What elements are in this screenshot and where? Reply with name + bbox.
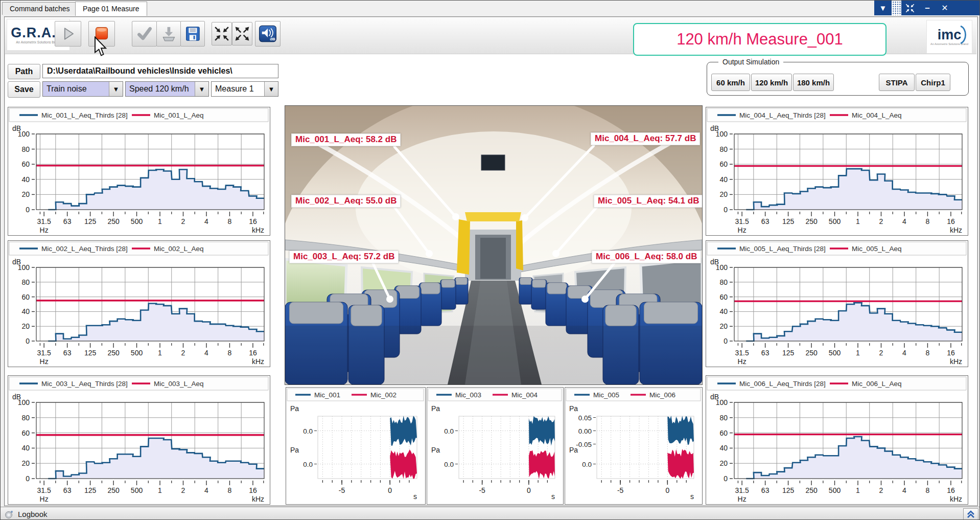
svg-text:63: 63 [63,349,72,357]
sim-button-60kmh[interactable]: 60 km/h [711,74,750,91]
svg-text:Mic_001: Mic_001 [314,391,340,399]
svg-text:8: 8 [926,349,930,357]
logbook-icon [5,510,14,519]
svg-text:80: 80 [719,145,728,153]
svg-text:Mic_005_L_Aeq_Thirds [28]: Mic_005_L_Aeq_Thirds [28] [739,245,826,253]
dropdown-signal-type[interactable]: Train noise ▼ [42,81,123,97]
svg-text:40: 40 [719,307,728,315]
svg-text:250: 250 [805,486,818,494]
svg-text:Mic_003: Mic_003 [455,391,481,399]
svg-text:kHz: kHz [950,495,962,503]
svg-text:125: 125 [84,217,97,225]
svg-text:Mic_006: Mic_006 [649,391,675,399]
svg-text:1: 1 [856,486,860,494]
svg-text:60: 60 [719,293,728,301]
accept-button[interactable] [132,21,157,47]
speaker-db-icon: dB [258,24,277,43]
svg-text:Mic_003_L_Aeq: Mic_003_L_Aeq [154,380,204,388]
svg-text:0: 0 [665,486,669,494]
measurement-title: 120 km/h Measure_001 [676,30,843,49]
mic-level-callout: Mic_003_L_Aeq: 57.2 dB [289,251,399,263]
svg-text:8: 8 [228,486,232,494]
mic-level-callout: Mic_002_L_Aeq: 55.0 dB [291,195,401,208]
play-button[interactable] [55,21,81,47]
svg-text:40: 40 [21,307,30,315]
svg-text:0.0: 0.0 [303,427,313,435]
scope-mic3-mic4-panel: Mic_003Mic_004PaPa0.00.0-50s [427,387,564,505]
svg-text:100: 100 [18,130,30,138]
imc-logo: imc An Axiometrix Solutions Brand [926,20,972,54]
thirds-chart: Mic_005_L_Aeq_Thirds [28]Mic_005_L_AeqdB… [706,241,968,367]
dropdown-speed-value: Speed 120 km/h [126,84,195,94]
svg-text:Hz: Hz [40,357,49,366]
dropdown-speed[interactable]: Speed 120 km/h ▼ [125,81,209,97]
svg-text:1: 1 [158,217,162,225]
double-chevron-up-icon [966,510,975,518]
expand-up-button[interactable] [963,508,978,520]
tab-strip: Command batches Page 01 Measure [1,1,979,15]
export-button[interactable] [156,21,181,47]
drag-dots-handle[interactable] [892,1,901,15]
save-file-button[interactable] [180,21,205,47]
svg-text:2: 2 [181,349,185,357]
svg-text:1: 1 [158,349,162,357]
sim-button-chirp1[interactable]: Chirp1 [916,74,950,91]
svg-text:1: 1 [856,217,860,225]
window-title-bar: ▼ – ✕ [874,1,979,15]
collapse-window-icon[interactable] [901,1,919,15]
svg-text:2: 2 [879,486,883,494]
svg-text:4: 4 [902,486,906,494]
svg-text:63: 63 [63,217,72,225]
checkmark-icon [135,25,154,43]
dropdown-measure[interactable]: Measure 1 ▼ [211,81,278,97]
svg-text:63: 63 [761,217,769,225]
tab-command-batches[interactable]: Command batches [2,2,78,15]
sim-button-180kmh[interactable]: 180 km/h [793,74,834,91]
svg-text:60: 60 [719,429,728,437]
svg-text:80: 80 [21,278,30,286]
svg-text:0.0: 0.0 [303,461,313,468]
save-button[interactable]: Save [8,81,40,98]
menu-down-icon[interactable]: ▼ [874,1,892,15]
svg-text:Pa: Pa [431,404,440,413]
path-button[interactable]: Path [8,64,40,79]
measurement-title-box: 120 km/h Measure_001 [633,23,886,56]
svg-text:Mic_004_L_Aeq_Thirds [28]: Mic_004_L_Aeq_Thirds [28] [739,111,826,119]
output-simulation-title: Output Simulation [718,58,783,66]
application-window: Command batches Page 01 Measure ▼ – ✕ G.… [0,0,980,520]
svg-text:s: s [551,492,555,501]
output-simulation-group: Output Simulation 60 km/h 120 km/h 180 k… [707,62,969,96]
minimize-icon[interactable]: – [919,1,936,15]
measurement-controls: Path D:\Userdata\Railbound vehicles\Insi… [6,62,282,101]
svg-text:500: 500 [829,217,841,225]
svg-text:2: 2 [181,217,185,225]
output-level-button[interactable]: dB [255,21,281,47]
status-bar[interactable]: Logbook [1,507,980,520]
svg-text:0: 0 [26,337,30,345]
svg-text:1: 1 [158,486,162,494]
expand-curves-button[interactable] [232,22,252,46]
svg-text:Mic_005: Mic_005 [593,391,619,399]
collapse-curves-button[interactable] [212,22,232,46]
close-icon[interactable]: ✕ [936,1,953,15]
sim-button-stipa[interactable]: STIPA [879,74,915,91]
svg-text:0.00: 0.00 [578,427,592,435]
svg-text:100: 100 [18,398,30,406]
svg-text:16: 16 [947,217,955,225]
sim-button-120kmh[interactable]: 120 km/h [751,74,792,91]
chevron-down-icon[interactable]: ▼ [195,82,208,96]
svg-text:Mic_006_L_Aeq: Mic_006_L_Aeq [852,380,902,388]
chevron-down-icon[interactable]: ▼ [109,82,123,96]
tab-page-01-measure[interactable]: Page 01 Measure [75,2,147,16]
mic-level-callout: Mic_005_L_Aeq: 54.1 dB [594,195,703,208]
svg-text:250: 250 [107,217,120,225]
export-drop-icon [159,25,178,43]
svg-text:0.0: 0.0 [444,461,454,468]
path-input[interactable]: D:\Userdata\Railbound vehicles\Inside ve… [42,64,278,78]
chevron-down-icon[interactable]: ▼ [264,82,278,96]
svg-text:100: 100 [716,398,728,406]
svg-text:100: 100 [716,130,728,138]
svg-text:63: 63 [761,349,769,357]
imc-logo-arc [960,26,969,44]
svg-text:20: 20 [21,322,30,330]
